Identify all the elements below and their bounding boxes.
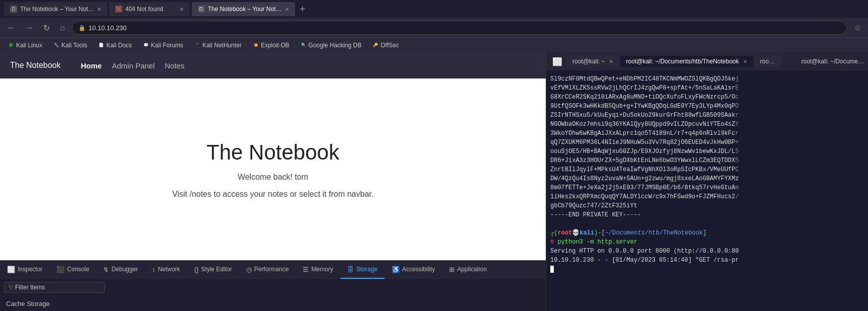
terminal-title-right: root@kali: ~/Docume… [801, 58, 864, 65]
devtools-bar: ⬜ Inspector ⬛ Console ↯ Debugger ↕ Netwo… [0, 260, 546, 311]
home-button[interactable]: ⌂ [57, 21, 68, 34]
cache-storage-section: Cache Storage [0, 296, 546, 311]
terminal-line-11: ZnrtBIlJqylF+MPksU4TeaIwfVgNhXOl3oRpSIcP… [550, 165, 864, 174]
devtools-tab-label-style: Style Editor [201, 266, 232, 273]
terminal-tab-1[interactable]: root@kali: ~ ✕ [566, 56, 619, 67]
devtools-tabs: ⬜ Inspector ⬛ Console ↯ Debugger ↕ Netwo… [0, 261, 546, 279]
site-hero: The Notebook Welcome back! tom Visit /no… [0, 79, 546, 260]
devtools-tab-storage[interactable]: 🗄 Storage [340, 261, 385, 279]
devtools-tab-label-app: Application [457, 266, 487, 273]
devtools-tab-performance[interactable]: ◷ Performance [239, 261, 296, 279]
bookmark-label-google-hacking: Google Hacking DB [309, 42, 361, 49]
devtools-tab-label-storage: Storage [356, 266, 378, 273]
tab-close-2[interactable]: ✕ [180, 7, 184, 12]
terminal-path: ~/Documents/htb/TheNotebook [605, 229, 703, 237]
tab-favicon-1: 🗒 [10, 6, 17, 13]
terminal-kali-label: kali [580, 229, 594, 237]
terminal-body[interactable]: Sl9czNF8MtdQBwQPet+eNDbPM2IC48TKCNmMWOZS… [546, 70, 868, 311]
application-icon: ⊞ [449, 266, 455, 273]
bookmark-kali-forums[interactable]: 💬 Kali Forums [139, 41, 187, 50]
tab-bar: 🗒 The Notebook – Your Not… ✕ ❌ 404 Not f… [0, 0, 868, 18]
terminal-line-13: 8m07fETTe+JeXa2j2j5xE93/77JMSBp0E/b6/8tk… [550, 183, 864, 192]
bookmark-google-hacking-db[interactable]: 🔍 Google Hacking DB [297, 41, 366, 50]
bookmark-label-kali-nethunter: Kali NetHunter [202, 42, 242, 49]
bookmark-offsec[interactable]: 🔑 OffSec [369, 41, 403, 50]
tab-close-1[interactable]: ✕ [97, 7, 101, 12]
terminal-line-8: qQ7ZXUKM6PM36L4NIieJ9NHuW5u3Vv7Rq82jO6EU… [550, 138, 864, 147]
browser-tab-3[interactable]: 🗒 The Notebook – Your Not… ✕ [192, 2, 295, 16]
terminal-prompt-open: ┌( [550, 229, 557, 237]
address-bar[interactable]: 🔒 10.10.10.230 [72, 21, 847, 35]
bookmark-kali-tools[interactable]: 🔧 Kali Tools [49, 41, 91, 50]
devtools-tab-style-editor[interactable]: {} Style Editor [187, 261, 239, 279]
nav-link-admin[interactable]: Admin Panel [112, 61, 155, 70]
nav-link-notes[interactable]: Notes [165, 61, 184, 70]
bookmark-label-kali-forums: Kali Forums [151, 42, 183, 49]
bookmark-label-kali-linux: Kali Linux [16, 42, 42, 49]
bookmark-label-kali-docs: Kali Docs [106, 42, 132, 49]
devtools-tab-label-memory: Memory [311, 266, 333, 273]
devtools-tab-label-inspector: Inspector [18, 266, 42, 273]
kali-tools-favicon: 🔧 [53, 42, 59, 48]
terminal-line-4: 9UtfQSOFk3wHKkdB5Qub+g+IYwKBgQDqLGdE0Y7E… [550, 102, 864, 111]
devtools-tab-network[interactable]: ↕ Network [145, 261, 187, 279]
back-button[interactable]: ← [4, 21, 18, 34]
terminal-line-10: DR6+JixA3z3HOUrZX+5gDXbKtEnLNe6bwO3YWwxl… [550, 156, 864, 165]
terminal-line-3: G8XrCCeR2SKq210iARxAg8uMNO+tiOQcXufoFLxy… [550, 93, 864, 102]
terminal-command: python3 -m http.server [557, 239, 637, 246]
terminal-server-line: Serving HTTP on 0.0.0.0 port 8000 (http:… [550, 247, 864, 256]
devtools-tab-label-console: Console [67, 266, 89, 273]
tab-close-3[interactable]: ✕ [285, 7, 289, 12]
kali-docs-favicon: 📄 [98, 42, 104, 48]
devtools-tab-debugger[interactable]: ↯ Debugger [96, 261, 145, 279]
devtools-tab-inspector[interactable]: ⬜ Inspector [0, 261, 49, 279]
terminal-tab-3[interactable]: roo… [754, 56, 781, 67]
forward-button[interactable]: → [22, 21, 36, 34]
console-icon: ⬛ [56, 266, 64, 273]
terminal-line-15: gbCb79Quzc747/2ZtF325iYt [550, 201, 864, 210]
site-nav-links: Home Admin Panel Notes [81, 61, 185, 70]
tab-label-3: The Notebook – Your Not… [208, 6, 282, 13]
hero-line2: Visit /notes to access your notes or sel… [172, 190, 374, 199]
devtools-tab-console[interactable]: ⬛ Console [49, 261, 96, 279]
new-tab-button[interactable]: + [297, 2, 309, 17]
terminal-minimize-button[interactable]: ⬜ [550, 56, 564, 67]
devtools-tab-memory[interactable]: ☰ Memory [296, 261, 340, 279]
terminal-panel: ⬜ root@kali: ~ ✕ root@kali: ~/Documents/… [546, 52, 868, 311]
bookmark-kali-docs[interactable]: 📄 Kali Docs [94, 41, 136, 50]
bookmark-label-exploit-db: Exploit-DB [261, 42, 290, 49]
terminal-prompt-close: ] [703, 229, 706, 237]
terminal-tab-close-1[interactable]: ✕ [609, 59, 613, 64]
terminal-prompt-mid: )-[ [594, 229, 605, 237]
style-editor-icon: {} [194, 266, 199, 273]
network-icon: ↕ [152, 266, 156, 273]
nav-link-home[interactable]: Home [81, 61, 102, 70]
bookmark-exploit-db[interactable]: 💥 Exploit-DB [249, 41, 294, 50]
memory-icon: ☰ [303, 266, 309, 273]
cache-storage-label: Cache Storage [6, 300, 50, 307]
terminal-titlebar: ⬜ root@kali: ~ ✕ root@kali: ~/Documents/… [546, 52, 868, 70]
offsec-favicon: 🔑 [373, 42, 379, 48]
browser-tab-1[interactable]: 🗒 The Notebook – Your Not… ✕ [4, 2, 107, 16]
accessibility-icon: ♿ [392, 266, 400, 273]
devtools-content: ▽ Filter Items [0, 279, 546, 296]
bookmark-kali-linux[interactable]: 🐉 Kali Linux [4, 41, 46, 50]
devtools-tab-accessibility[interactable]: ♿ Accessibility [385, 261, 442, 279]
tab-favicon-2: ❌ [115, 6, 122, 13]
terminal-tab-label-2: root@kali: ~/Documents/htb/TheNotebook [626, 58, 739, 65]
nav-bar: ← → ↻ ⌂ 🔒 10.10.10.230 ☆ [0, 18, 868, 37]
terminal-cursor [550, 266, 554, 273]
terminal-cursor-line [550, 265, 864, 274]
terminal-tab-close-2[interactable]: ✕ [743, 59, 747, 64]
bookmark-button[interactable]: ☆ [851, 21, 864, 35]
debugger-icon: ↯ [103, 266, 109, 273]
reload-button[interactable]: ↻ [40, 21, 53, 35]
filter-items-input[interactable]: ▽ Filter Items [4, 282, 105, 293]
bookmark-kali-nethunter[interactable]: 📱 Kali NetHunter [190, 41, 246, 50]
devtools-tab-application[interactable]: ⊞ Application [442, 261, 494, 279]
browser-chrome: 🗒 The Notebook – Your Not… ✕ ❌ 404 Not f… [0, 0, 868, 52]
bookmarks-bar: 🐉 Kali Linux 🔧 Kali Tools 📄 Kali Docs 💬 … [0, 37, 868, 52]
terminal-tab-2[interactable]: root@kali: ~/Documents/htb/TheNotebook ✕ [620, 56, 753, 67]
browser-tab-2[interactable]: ❌ 404 Not found ✕ [109, 2, 190, 16]
filter-icon: ▽ [9, 284, 13, 291]
